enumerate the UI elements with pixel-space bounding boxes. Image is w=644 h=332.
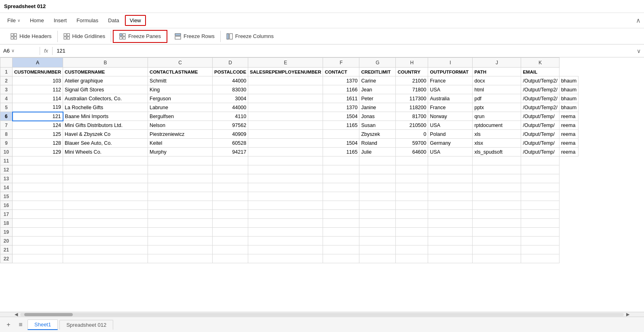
cell[interactable] xyxy=(248,219,323,228)
cell[interactable] xyxy=(248,103,323,112)
cell[interactable]: 94217 xyxy=(213,148,248,156)
cell[interactable]: bhaum xyxy=(559,103,578,112)
cell[interactable] xyxy=(248,165,323,174)
cell[interactable] xyxy=(521,183,559,192)
cell[interactable] xyxy=(248,245,323,254)
freeze-panes-button[interactable]: Freeze Panes xyxy=(113,30,167,43)
row-header-17[interactable]: 17 xyxy=(0,210,13,219)
col-header-G[interactable]: G xyxy=(359,58,396,68)
cell[interactable] xyxy=(428,192,473,201)
cell[interactable] xyxy=(428,228,473,237)
cell[interactable]: PATH xyxy=(473,68,521,76)
cell[interactable]: Carine xyxy=(359,76,396,85)
cell[interactable]: 44000 xyxy=(213,76,248,85)
cell[interactable]: 1166 xyxy=(323,85,359,94)
cell[interactable]: reema xyxy=(559,130,578,139)
cell[interactable] xyxy=(63,237,148,245)
cell[interactable]: 0 xyxy=(396,130,428,139)
cell[interactable] xyxy=(148,254,213,263)
cell-reference[interactable]: A6 ∨ xyxy=(3,48,36,54)
cell[interactable] xyxy=(473,254,521,263)
cell[interactable] xyxy=(248,192,323,201)
row-header-8[interactable]: 8 xyxy=(0,130,13,139)
scroll-left-icon[interactable]: ◀ xyxy=(12,312,20,317)
cell[interactable]: Ferguson xyxy=(148,94,213,103)
cell[interactable]: Susan xyxy=(359,121,396,130)
row-header-7[interactable]: 7 xyxy=(0,121,13,130)
cell[interactable] xyxy=(473,192,521,201)
cell[interactable] xyxy=(13,156,63,165)
cell[interactable]: COUNTRY xyxy=(396,68,428,76)
cell[interactable] xyxy=(359,245,396,254)
freeze-columns-button[interactable]: Freeze Columns xyxy=(221,31,279,42)
cell[interactable]: Jonas xyxy=(359,112,396,121)
menu-home[interactable]: Home xyxy=(26,16,48,25)
col-header-H[interactable]: H xyxy=(396,58,428,68)
menu-formulas[interactable]: Formulas xyxy=(72,16,102,25)
cell[interactable]: 97562 xyxy=(213,121,248,130)
cell[interactable]: pdf xyxy=(473,94,521,103)
cell[interactable] xyxy=(13,228,63,237)
cell[interactable] xyxy=(248,201,323,210)
col-header-A[interactable]: A xyxy=(13,58,63,68)
row-header-6[interactable]: 6 xyxy=(0,112,13,121)
cell[interactable] xyxy=(148,165,213,174)
cell[interactable] xyxy=(396,245,428,254)
cell[interactable]: html xyxy=(473,85,521,94)
cell[interactable] xyxy=(248,237,323,245)
cell[interactable]: 121 xyxy=(13,112,63,121)
scrollbar-thumb[interactable] xyxy=(24,313,73,316)
cell[interactable] xyxy=(359,219,396,228)
cell[interactable] xyxy=(473,219,521,228)
cell[interactable]: docx xyxy=(473,76,521,85)
row-header-19[interactable]: 19 xyxy=(0,228,13,237)
cell[interactable]: Australia xyxy=(428,94,473,103)
cell[interactable] xyxy=(521,174,559,183)
cell[interactable]: 128 xyxy=(13,139,63,148)
cell[interactable]: Roland xyxy=(359,139,396,148)
cell[interactable]: /Output/Temp/ xyxy=(521,130,559,139)
cell[interactable]: 1504 xyxy=(323,139,359,148)
cell[interactable] xyxy=(248,76,323,85)
sheet-tab-sheet1[interactable]: Sheet1 xyxy=(27,319,58,330)
cell[interactable]: 1611 xyxy=(323,94,359,103)
cell[interactable] xyxy=(63,210,148,219)
cell[interactable] xyxy=(428,210,473,219)
cell[interactable] xyxy=(473,201,521,210)
cell[interactable] xyxy=(428,174,473,183)
row-header-5[interactable]: 5 xyxy=(0,103,13,112)
row-header-16[interactable]: 16 xyxy=(0,201,13,210)
cell[interactable] xyxy=(428,165,473,174)
cell[interactable]: Murphy xyxy=(148,148,213,156)
cell[interactable]: Signal Gift Stores xyxy=(63,85,148,94)
cell[interactable] xyxy=(396,165,428,174)
cell[interactable]: /Output/Temp2/ xyxy=(521,103,559,112)
row-header-9[interactable]: 9 xyxy=(0,139,13,148)
cell[interactable] xyxy=(473,228,521,237)
cell[interactable]: 124 xyxy=(13,121,63,130)
cell[interactable] xyxy=(213,210,248,219)
cell[interactable] xyxy=(428,245,473,254)
freeze-rows-button[interactable]: Freeze Rows xyxy=(169,31,221,42)
cell[interactable]: POSTALCODE xyxy=(213,68,248,76)
sheet-tab-spreadsheet012[interactable]: Spreadsheet 012 xyxy=(59,320,113,330)
cell[interactable]: 4110 xyxy=(213,112,248,121)
cell[interactable] xyxy=(323,156,359,165)
row-header-21[interactable]: 21 xyxy=(0,245,13,254)
grid-wrapper[interactable]: A B C D E F G H I J K 1CUSTOMERNUMBERCUS… xyxy=(0,57,644,312)
cell[interactable] xyxy=(521,228,559,237)
cell[interactable]: CONTACTLASTNAME xyxy=(148,68,213,76)
cell[interactable] xyxy=(248,174,323,183)
cell[interactable] xyxy=(248,94,323,103)
cell[interactable]: bhaum xyxy=(559,85,578,94)
cell[interactable]: Piestrzeniewicz xyxy=(148,130,213,139)
cell[interactable]: CUSTOMERNAME xyxy=(63,68,148,76)
cell[interactable]: 112 xyxy=(13,85,63,94)
cell[interactable]: CONTACT xyxy=(323,68,359,76)
row-header-13[interactable]: 13 xyxy=(0,174,13,183)
cell[interactable] xyxy=(213,156,248,165)
cell[interactable]: Nelson xyxy=(148,121,213,130)
row-header-12[interactable]: 12 xyxy=(0,165,13,174)
cell[interactable] xyxy=(428,254,473,263)
cell[interactable] xyxy=(63,254,148,263)
